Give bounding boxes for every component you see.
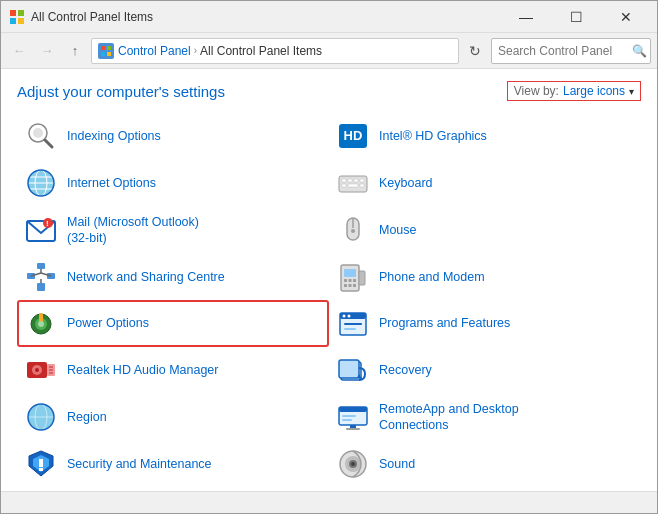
list-item[interactable]: Network and Sharing Centre	[17, 253, 329, 300]
address-path[interactable]: Control Panel › All Control Panel Items	[91, 38, 459, 64]
status-bar	[1, 491, 657, 513]
realtek-audio-icon	[23, 352, 59, 388]
list-item[interactable]: Sound	[329, 440, 641, 487]
svg-rect-2	[10, 18, 16, 24]
svg-text:!: !	[46, 219, 49, 228]
indexing-options-label: Indexing Options	[67, 128, 161, 144]
up-button[interactable]: ↑	[63, 39, 87, 63]
sound-label: Sound	[379, 456, 415, 472]
list-item[interactable]: Internet Options	[17, 160, 329, 207]
recovery-icon	[335, 352, 371, 388]
svg-rect-5	[107, 46, 111, 50]
path-part-1: Control Panel	[118, 44, 191, 58]
power-options-label: Power Options	[67, 315, 149, 331]
mail-icon: !	[23, 212, 59, 248]
mouse-icon	[335, 212, 371, 248]
mouse-label: Mouse	[379, 222, 417, 238]
svg-rect-46	[39, 468, 43, 471]
maximize-button[interactable]: ☐	[553, 2, 599, 32]
viewby-chevron-icon: ▾	[629, 86, 634, 97]
phone-modem-label: Phone and Modem	[379, 269, 485, 285]
list-item[interactable]: Region	[17, 394, 329, 441]
svg-rect-0	[10, 10, 16, 16]
list-item[interactable]: Realtek HD Audio Manager	[17, 347, 329, 394]
recovery-label: Recovery	[379, 362, 432, 378]
programs-features-icon	[335, 305, 371, 341]
svg-rect-56	[360, 184, 364, 187]
adjust-settings-text: Adjust your computer's settings	[17, 83, 225, 100]
network-sharing-label: Network and Sharing Centre	[67, 269, 225, 285]
keyboard-icon	[335, 165, 371, 201]
svg-point-72	[348, 315, 351, 318]
svg-rect-82	[342, 415, 356, 417]
power-options-icon	[23, 305, 59, 341]
security-maintenance-icon	[23, 446, 59, 482]
svg-text:HD: HD	[344, 128, 363, 143]
search-input[interactable]	[491, 38, 651, 64]
svg-rect-6	[101, 52, 105, 56]
list-item[interactable]: Programs and Features	[329, 300, 641, 347]
internet-options-icon	[23, 165, 59, 201]
address-bar: ← → ↑ Control Panel › All Control Panel …	[1, 33, 657, 69]
list-item[interactable]: Recovery	[329, 347, 641, 394]
list-item[interactable]: Mouse	[329, 207, 641, 254]
svg-rect-60	[341, 265, 359, 291]
search-icon[interactable]: 🔍	[632, 44, 647, 58]
content-area: Adjust your computer's settings View by:…	[1, 69, 657, 491]
phone-modem-icon	[335, 259, 371, 295]
window-controls: — ☐ ✕	[503, 2, 649, 32]
title-bar: All Control Panel Items — ☐ ✕	[1, 1, 657, 33]
svg-rect-76	[339, 360, 359, 378]
svg-rect-62	[344, 279, 347, 282]
intel-hd-graphics-label: Intel® HD Graphics	[379, 128, 487, 144]
svg-rect-45	[39, 459, 43, 467]
view-by-control[interactable]: View by: Large icons ▾	[507, 81, 641, 101]
list-item[interactable]: Keyboard	[329, 160, 641, 207]
svg-rect-20	[37, 263, 45, 269]
svg-point-31	[38, 321, 44, 327]
list-item[interactable]: Indexing Options	[17, 113, 329, 160]
close-button[interactable]: ✕	[603, 2, 649, 32]
main-window: All Control Panel Items — ☐ ✕ ← → ↑ Cont…	[0, 0, 658, 514]
svg-rect-50	[342, 179, 346, 182]
remoteapp-label: RemoteApp and DesktopConnections	[379, 401, 519, 434]
network-sharing-icon	[23, 259, 59, 295]
svg-rect-65	[344, 284, 347, 287]
list-item[interactable]: Security and Maintenance	[17, 440, 329, 487]
svg-rect-1	[18, 10, 24, 16]
svg-rect-54	[342, 184, 346, 187]
viewby-value: Large icons	[563, 84, 625, 98]
realtek-audio-label: Realtek HD Audio Manager	[67, 362, 218, 378]
svg-rect-66	[349, 284, 352, 287]
back-button[interactable]: ←	[7, 39, 31, 63]
forward-button[interactable]: →	[35, 39, 59, 63]
svg-line-10	[45, 140, 52, 147]
svg-rect-68	[359, 271, 365, 285]
programs-features-label: Programs and Features	[379, 315, 510, 331]
svg-point-59	[351, 229, 355, 233]
svg-rect-7	[107, 52, 111, 56]
list-item[interactable]: Power Options	[17, 300, 329, 347]
svg-rect-83	[342, 419, 352, 421]
list-item[interactable]: ! Mail (Microsoft Outlook)(32-bit)	[17, 207, 329, 254]
list-item[interactable]: HD Intel® HD Graphics	[329, 113, 641, 160]
remoteapp-icon	[335, 399, 371, 435]
keyboard-label: Keyboard	[379, 175, 433, 191]
list-item[interactable]: RemoteApp and DesktopConnections	[329, 394, 641, 441]
right-column: HD Intel® HD Graphics	[329, 113, 641, 487]
internet-options-label: Internet Options	[67, 175, 156, 191]
mail-label: Mail (Microsoft Outlook)(32-bit)	[67, 214, 199, 247]
refresh-button[interactable]: ↻	[463, 39, 487, 63]
sound-icon	[335, 446, 371, 482]
list-item[interactable]: Phone and Modem	[329, 253, 641, 300]
search-wrapper: 🔍	[491, 38, 651, 64]
svg-rect-63	[349, 279, 352, 282]
svg-rect-55	[348, 184, 358, 187]
minimize-button[interactable]: —	[503, 2, 549, 32]
svg-point-34	[35, 368, 39, 372]
indexing-options-icon	[23, 118, 59, 154]
svg-rect-81	[346, 428, 360, 430]
svg-rect-79	[339, 407, 367, 412]
svg-rect-74	[344, 328, 356, 330]
svg-point-71	[343, 315, 346, 318]
